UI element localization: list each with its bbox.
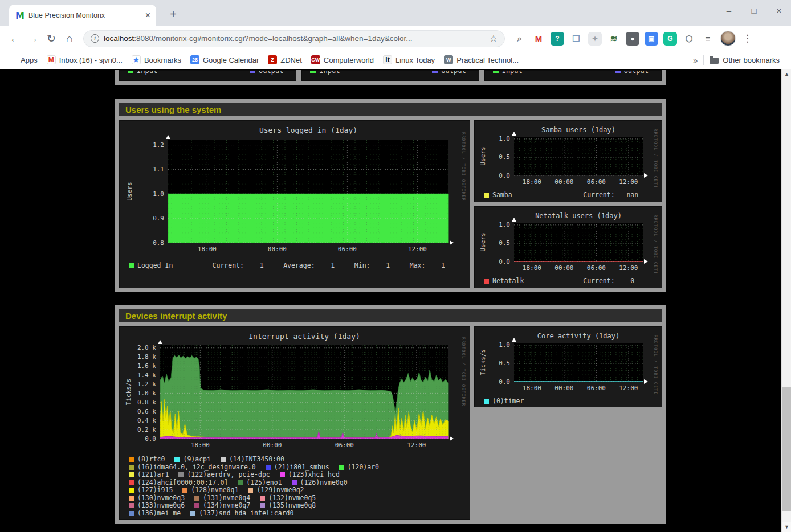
interrupt-activity-chart-panel[interactable]: 0.00.2 k0.4 k0.6 k0.8 k1.0 k1.2 k1.4 k1.… — [119, 326, 470, 520]
legend-label: (121)ar1 — [137, 471, 169, 479]
svg-text:1.2 k: 1.2 k — [137, 380, 156, 388]
voice-ext-icon[interactable]: ? — [551, 32, 564, 46]
core-activity-chart-panel[interactable]: 0.00.51.018:0000:0006:0012:00Core activi… — [474, 326, 662, 407]
scrollbar-up-icon[interactable]: ▲ — [782, 69, 791, 79]
profile-avatar[interactable] — [720, 31, 736, 46]
legend-row: Netatalk Current: 0 — [479, 277, 658, 285]
page-info-icon[interactable]: i — [91, 34, 99, 43]
window-close-icon[interactable]: × — [774, 6, 784, 15]
bookmark-star-icon[interactable]: ☆ — [490, 33, 498, 44]
legend-label: (134)nvme0q7 — [203, 502, 250, 510]
legend-swatch — [280, 472, 285, 477]
chart-title: Users logged in (1day) — [259, 126, 357, 134]
legend-swatch — [260, 503, 265, 508]
svg-text:1.0: 1.0 — [153, 190, 164, 198]
bookmark-item-computerworld[interactable]: CWComputerworld — [311, 55, 374, 64]
svg-text:06:00: 06:00 — [587, 264, 606, 272]
svg-text:1.4 k: 1.4 k — [137, 371, 156, 379]
lamp-ext-icon[interactable]: ● — [626, 32, 639, 46]
svg-text:06:00: 06:00 — [587, 384, 606, 392]
other-bookmarks-button[interactable]: Other bookmarks — [710, 56, 780, 64]
url-text[interactable]: localhost:8080/monitorix-cgi/monitorix.c… — [104, 34, 485, 43]
legend-item: (133)nvme0q6 — [129, 502, 185, 510]
grammarly-ext-icon[interactable]: G — [663, 32, 677, 46]
tab-close-icon[interactable]: × — [145, 10, 150, 21]
legend-item: (136)mei_me — [129, 510, 181, 518]
partial-chart-box: InputOutput — [119, 70, 296, 81]
bookmark-label: ZDNet — [280, 56, 302, 64]
svg-text:1.0: 1.0 — [499, 221, 510, 228]
core-chart: 0.00.51.018:0000:0006:0012:00Core activi… — [479, 332, 658, 395]
legend-item: Samba Current: -nan — [484, 191, 638, 199]
svg-text:18:00: 18:00 — [198, 245, 217, 253]
reading-list-icon[interactable]: ≡ — [701, 32, 715, 46]
bookmark-item-inbox-16-sjvn0[interactable]: MInbox (16) - sjvn0... — [47, 55, 123, 64]
legend-swatch — [432, 70, 438, 73]
legend-swatch — [128, 70, 133, 73]
menu-kebab-icon[interactable]: ⋮ — [743, 32, 752, 44]
netatalk-chart: 0.00.51.018:0000:0006:0012:00Netatalk us… — [479, 211, 658, 275]
samba-users-chart-panel[interactable]: 0.00.51.018:0000:0006:0012:00Samba users… — [474, 120, 662, 202]
legend-label: (21)i801_smbus — [274, 464, 329, 472]
bookmarks-overflow-icon[interactable]: » — [693, 55, 698, 65]
section-title-interrupts: Devices interrupt activity — [119, 309, 662, 322]
window-minimize-icon[interactable]: – — [724, 6, 734, 15]
legend-label: (136)mei_me — [137, 510, 181, 518]
svg-text:0.0: 0.0 — [499, 258, 510, 265]
scrollbar-down-icon[interactable]: ▼ — [782, 522, 791, 532]
bookmark-label: Inbox (16) - sjvn0... — [59, 56, 123, 64]
legend-item: (16)idma64.0, i2c_designware.0 — [129, 464, 256, 472]
home-icon[interactable]: ⌂ — [60, 32, 79, 45]
back-icon[interactable]: ← — [6, 32, 24, 45]
svg-text:18:00: 18:00 — [523, 264, 541, 272]
bookmark-item-google-calendar[interactable]: 28Google Calendar — [190, 55, 259, 64]
users-section: Users using the system 0.80.91.01.11.218… — [115, 99, 666, 292]
legend-label: Logged In Current: 1 Average: 1 Min: 1 M… — [137, 262, 445, 270]
legend-label: (8)rtc0 — [137, 456, 165, 464]
reload-icon[interactable]: ↻ — [42, 32, 60, 45]
legend-label: (128)nvme0q1 — [191, 486, 238, 494]
legend-item: (9)acpi — [174, 456, 210, 464]
legend-input: Input — [310, 70, 340, 75]
legend-label: (132)nvme0q5 — [268, 494, 316, 502]
legend-item: (0)timer — [484, 398, 524, 406]
legend-item: (125)eno1 — [238, 479, 282, 487]
legend-row: (0)timer — [479, 398, 658, 406]
bookmark-item-zdnet[interactable]: ZZDNet — [268, 55, 302, 64]
users-logged-in-chart-panel[interactable]: 0.80.91.01.11.218:0000:0006:0012:00Users… — [119, 120, 470, 288]
bookmark-item-bookmarks[interactable]: ★Bookmarks — [132, 55, 181, 64]
svg-text:12:00: 12:00 — [407, 441, 426, 449]
browser-tab[interactable]: M Blue Precision Monitorix × — [9, 5, 156, 26]
legend-item: (130)nvme0q3 — [129, 494, 185, 502]
legend-swatch — [182, 488, 187, 493]
partial-chart-box: InputOutput — [301, 70, 479, 81]
legend-input: Input — [128, 70, 157, 75]
bookmarks-bar: AppsMInbox (16) - sjvn0...★Bookmarks28Go… — [0, 51, 791, 69]
bookmark-favicon: W — [444, 55, 453, 64]
bookmark-item-linux-today[interactable]: ltLinux Today — [383, 55, 435, 64]
bookmark-item-apps[interactable]: Apps — [9, 56, 38, 64]
extensions-puzzle-icon[interactable]: ⬡ — [682, 32, 696, 46]
meet-ext-icon[interactable]: ▣ — [645, 32, 658, 46]
session-ext-icon[interactable]: ✦ — [588, 32, 602, 46]
new-tab-button[interactable]: + — [165, 7, 181, 23]
legend-swatch — [129, 457, 134, 462]
netatalk-users-chart-panel[interactable]: 0.00.51.018:0000:0006:0012:00Netatalk us… — [474, 206, 662, 288]
address-bar[interactable]: i localhost:8080/monitorix-cgi/monitorix… — [83, 30, 505, 47]
scrollbar-thumb[interactable] — [782, 387, 791, 511]
window-maximize-icon[interactable]: □ — [749, 6, 759, 15]
gmail-ext-icon[interactable]: M — [532, 32, 545, 46]
forward-icon[interactable]: → — [24, 32, 42, 45]
page-scrollbar[interactable]: ▲ ▼ — [781, 69, 791, 532]
chart-ylabel: Users — [479, 146, 487, 165]
legend-label: (125)eno1 — [246, 479, 282, 487]
stack-ext-icon[interactable]: ≋ — [607, 32, 621, 46]
legend-label: (135)nvme0q8 — [268, 502, 316, 510]
search-ext-icon[interactable]: ⌕ — [513, 32, 527, 46]
bookmark-item-practical-technol[interactable]: WPractical Technol... — [444, 55, 519, 64]
copy-pages-ext-icon[interactable]: ❐ — [569, 32, 583, 46]
legend-swatch — [221, 457, 226, 462]
legend-item: (131)nvme0q4 — [194, 494, 250, 502]
bookmark-label: Practical Technol... — [456, 56, 519, 64]
svg-text:1.8 k: 1.8 k — [137, 353, 156, 361]
